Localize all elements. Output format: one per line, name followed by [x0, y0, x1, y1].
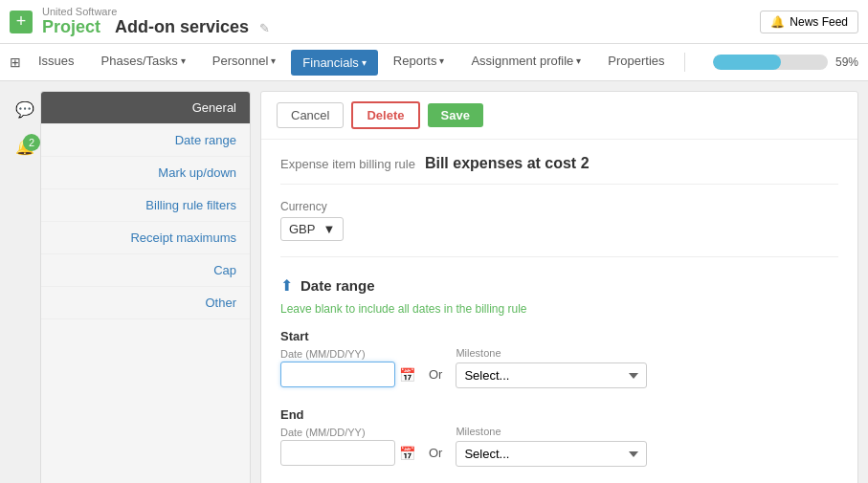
- billing-rule-prefix-label: Expense item billing rule: [280, 157, 415, 171]
- sidebar-item-date-range[interactable]: Date range: [41, 124, 250, 157]
- notification-icon-item[interactable]: 🔔 2: [15, 138, 34, 156]
- financials-caret: ▾: [362, 57, 367, 68]
- left-icon-strip: 💬 🔔 2: [10, 91, 40, 483]
- currency-select[interactable]: GBP ▼: [280, 217, 344, 241]
- date-range-header: ⬆ Date range: [280, 276, 838, 295]
- add-button[interactable]: +: [10, 11, 33, 33]
- nav-separator: [684, 53, 685, 72]
- bell-icon: 🔔: [770, 15, 785, 29]
- assignment-caret: ▾: [576, 55, 581, 66]
- end-or-label: Or: [429, 432, 442, 460]
- news-feed-label: News Feed: [790, 15, 848, 29]
- form-toolbar: Cancel Delete Save: [261, 92, 857, 140]
- end-date-sublabel: Date (MM/DD/YY): [280, 427, 415, 438]
- date-range-section: ⬆ Date range Leave blank to include all …: [280, 276, 838, 467]
- currency-caret: ▼: [323, 222, 335, 236]
- end-date-input-wrap: 📅: [280, 440, 415, 466]
- main-layout: 💬 🔔 2 General Date range Mark up/down Bi…: [0, 81, 868, 483]
- start-date-input-wrap: 📅: [280, 362, 415, 387]
- nav-bar: ⊞ Issues Phases/Tasks ▾ Personnel ▾ Fina…: [0, 44, 868, 81]
- edit-project-icon[interactable]: ✎: [259, 21, 270, 35]
- phases-caret: ▾: [181, 55, 186, 66]
- nav-financials[interactable]: Financials ▾: [291, 50, 378, 76]
- reports-caret: ▾: [439, 55, 444, 66]
- company-project-area: United Software Project Add-on services …: [42, 6, 750, 37]
- progress-percentage: 59%: [835, 55, 858, 69]
- start-label: Start: [280, 329, 838, 343]
- start-milestone-group: Milestone Select...: [456, 347, 647, 388]
- sidebar-item-general[interactable]: General: [41, 92, 250, 124]
- nav-issues[interactable]: Issues: [25, 44, 88, 80]
- nav-assignment-profile[interactable]: Assignment profile ▾: [457, 44, 594, 80]
- end-milestone-label: Milestone: [456, 426, 647, 437]
- end-date-inputs: Date (MM/DD/YY) 📅 Or Milestone Select...: [280, 426, 838, 467]
- end-date-row: End Date (MM/DD/YY) 📅 Or Milestone: [280, 407, 838, 467]
- comment-icon-item[interactable]: 💬: [15, 100, 34, 119]
- start-calendar-icon[interactable]: 📅: [399, 367, 415, 383]
- start-or-label: Or: [429, 354, 442, 382]
- content-area: Cancel Delete Save Expense item billing …: [260, 91, 858, 483]
- end-calendar-icon[interactable]: 📅: [399, 446, 415, 461]
- progress-area: 59%: [713, 55, 858, 70]
- start-milestone-select[interactable]: Select...: [456, 362, 647, 388]
- sidebar-item-other[interactable]: Other: [41, 287, 250, 319]
- nav-properties[interactable]: Properties: [594, 44, 678, 80]
- sidebar-item-markup[interactable]: Mark up/down: [41, 157, 250, 189]
- personnel-caret: ▾: [271, 55, 276, 66]
- collapse-icon[interactable]: ⬆: [280, 276, 293, 295]
- cancel-button[interactable]: Cancel: [277, 102, 344, 128]
- project-name-label: Add-on services: [115, 17, 249, 36]
- date-range-hint: Leave blank to include all dates in the …: [280, 302, 838, 316]
- start-date-row: Start Date (MM/DD/YY) 📅 Or Milestone: [280, 329, 838, 388]
- start-date-inputs: Date (MM/DD/YY) 📅 Or Milestone Select...: [280, 347, 838, 388]
- end-date-field-group: Date (MM/DD/YY) 📅: [280, 427, 415, 466]
- layers-icon: ⊞: [10, 55, 21, 70]
- notification-badge: 2: [23, 134, 40, 151]
- end-label: End: [280, 407, 838, 422]
- progress-bar-background: [713, 55, 828, 70]
- end-milestone-select[interactable]: Select...: [456, 441, 647, 467]
- comment-icon: 💬: [15, 101, 34, 118]
- end-date-input[interactable]: [280, 440, 395, 466]
- nav-personnel[interactable]: Personnel ▾: [199, 44, 290, 80]
- nav-phases[interactable]: Phases/Tasks ▾: [88, 44, 199, 80]
- company-name: United Software: [42, 6, 750, 17]
- sidebar: General Date range Mark up/down Billing …: [40, 91, 251, 483]
- delete-button[interactable]: Delete: [351, 101, 419, 129]
- start-date-field-group: Date (MM/DD/YY) 📅: [280, 348, 415, 387]
- currency-label: Currency: [280, 200, 838, 213]
- start-date-sublabel: Date (MM/DD/YY): [280, 348, 415, 360]
- billing-rule-line: Expense item billing rule Bill expenses …: [280, 155, 838, 185]
- notification-wrap: 🔔 2: [15, 138, 34, 156]
- save-button[interactable]: Save: [428, 103, 483, 127]
- project-title: Project Add-on services ✎: [42, 17, 750, 37]
- start-milestone-label: Milestone: [456, 347, 647, 359]
- nav-reports[interactable]: Reports ▾: [380, 44, 458, 80]
- progress-bar-fill: [713, 55, 781, 70]
- currency-value: GBP: [289, 222, 315, 236]
- date-range-title: Date range: [300, 277, 375, 294]
- content-body: Expense item billing rule Bill expenses …: [261, 140, 857, 483]
- end-milestone-group: Milestone Select...: [456, 426, 647, 467]
- start-date-input[interactable]: [280, 362, 395, 387]
- sidebar-item-cap[interactable]: Cap: [41, 254, 250, 287]
- news-feed-button[interactable]: 🔔 News Feed: [760, 11, 858, 33]
- sidebar-item-receipt-max[interactable]: Receipt maximums: [41, 222, 250, 254]
- project-word-label: Project: [42, 17, 100, 36]
- billing-rule-value: Bill expenses at cost 2: [425, 155, 590, 172]
- currency-section: Currency GBP ▼: [280, 200, 838, 257]
- top-header: + United Software Project Add-on service…: [0, 0, 868, 44]
- sidebar-item-billing-filters[interactable]: Billing rule filters: [41, 189, 250, 222]
